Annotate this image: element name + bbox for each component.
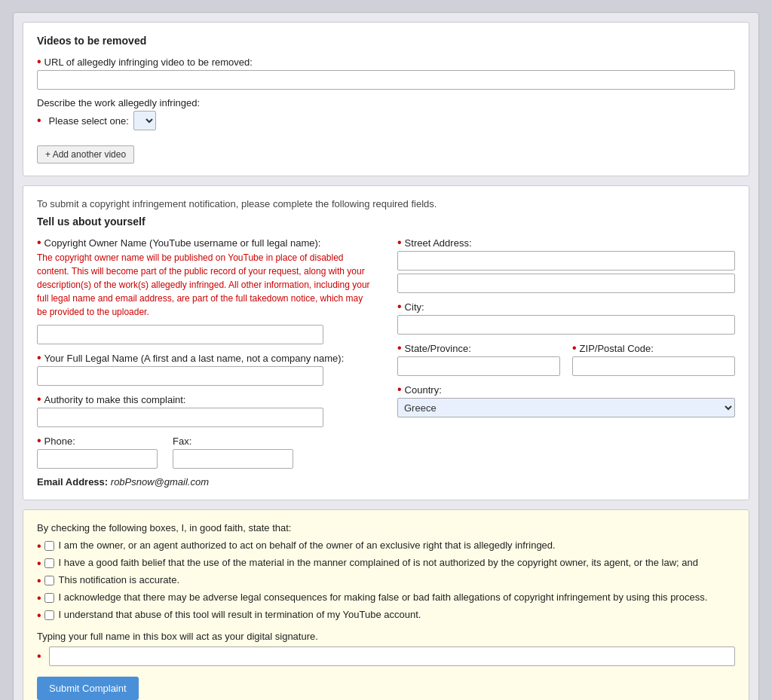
zip-required-dot: • xyxy=(572,342,577,354)
describe-label: Describe the work allegedly infringed: xyxy=(37,97,735,109)
full-legal-name-field: • Your Full Legal Name (A first and a la… xyxy=(37,352,375,386)
city-field: • City: xyxy=(397,301,735,335)
city-required-dot: • xyxy=(397,301,402,313)
state-zip-row: • State/Province: • ZIP/Postal Code: xyxy=(397,342,735,376)
checkbox-2[interactable] xyxy=(44,558,54,568)
checkbox-item-1: • I am the owner, or an agent authorized… xyxy=(37,540,735,552)
state-required-dot: • xyxy=(397,342,402,354)
full-legal-name-input[interactable] xyxy=(37,366,323,386)
state-label: • State/Province: xyxy=(397,342,560,354)
street-required-dot: • xyxy=(397,237,402,249)
country-field: • Country: Greece United States United K… xyxy=(397,384,735,417)
country-label: • Country: xyxy=(397,384,735,396)
videos-section: Videos to be removed • URL of allegedly … xyxy=(23,22,749,176)
tell-us-title: Tell us about yourself xyxy=(37,216,735,228)
cb5-dot: • xyxy=(37,610,41,622)
checkbox-label-2: I have a good faith belief that the use … xyxy=(59,557,698,568)
fax-field: Fax: xyxy=(173,436,293,469)
city-label: • City: xyxy=(397,301,735,313)
cb2-dot: • xyxy=(37,558,41,570)
please-select-label: Please select one: xyxy=(49,115,129,127)
street-input-2[interactable] xyxy=(397,274,735,293)
checkbox-label-3: This notification is accurate. xyxy=(59,574,179,585)
email-value: robPsnow@gmail.com xyxy=(111,476,209,488)
country-select[interactable]: Greece United States United Kingdom Othe… xyxy=(397,398,735,417)
country-required-dot: • xyxy=(397,384,402,396)
email-row: Email Address: robPsnow@gmail.com xyxy=(37,476,375,488)
add-video-button[interactable]: + Add another video xyxy=(37,145,134,164)
checkbox-item-2: • I have a good faith belief that the us… xyxy=(37,557,735,570)
signature-label: Typing your full name in this box will a… xyxy=(37,631,735,642)
checkbox-4[interactable] xyxy=(44,593,54,603)
describe-field-row: Describe the work allegedly infringed: •… xyxy=(37,97,735,130)
cb4-dot: • xyxy=(37,592,41,604)
videos-section-title: Videos to be removed xyxy=(37,35,735,47)
url-input[interactable] xyxy=(37,70,735,90)
tell-us-section: To submit a copyright infringement notif… xyxy=(23,185,749,500)
submit-button[interactable]: Submit Complaint xyxy=(37,677,139,700)
zip-field: • ZIP/Postal Code: xyxy=(572,342,735,376)
phone-input[interactable] xyxy=(37,449,158,469)
phone-label: • Phone: xyxy=(37,435,158,447)
tell-us-two-col: • Copyright Owner Name (YouTube username… xyxy=(37,237,735,488)
phone-field: • Phone: xyxy=(37,435,158,469)
checkbox-label-1: I am the owner, or an agent authorized t… xyxy=(59,540,556,551)
street-input-1[interactable] xyxy=(397,251,735,271)
authority-input[interactable] xyxy=(37,408,323,427)
checkbox-1[interactable] xyxy=(44,541,54,551)
left-column: • Copyright Owner Name (YouTube username… xyxy=(37,237,375,488)
checkboxes-intro: By checking the following boxes, I, in g… xyxy=(37,522,735,533)
state-field: • State/Province: xyxy=(397,342,560,376)
checkbox-label-5: I understand that abuse of this tool wil… xyxy=(59,609,421,620)
url-field-row: • URL of allegedly infringing video to b… xyxy=(37,56,735,90)
authority-required-dot: • xyxy=(37,393,41,405)
work-type-select[interactable] xyxy=(133,111,156,130)
copyright-owner-field: • Copyright Owner Name (YouTube username… xyxy=(37,237,375,344)
please-select-row: • Please select one: xyxy=(37,111,735,130)
phone-fax-row: • Phone: Fax: xyxy=(37,435,375,469)
checkbox-label-4: I acknowledge that there may be adverse … xyxy=(59,591,708,603)
full-legal-name-label: • Your Full Legal Name (A first and a la… xyxy=(37,352,375,364)
checkboxes-section: By checking the following boxes, I, in g… xyxy=(23,509,749,700)
copyright-warning: The copyright owner name will be publish… xyxy=(37,251,375,319)
city-input[interactable] xyxy=(397,315,735,335)
cb3-dot: • xyxy=(37,575,41,587)
url-required-dot: • xyxy=(37,56,41,68)
street-label: • Street Address: xyxy=(397,237,735,249)
zip-input[interactable] xyxy=(572,356,735,376)
signature-required-dot: • xyxy=(37,650,41,662)
authority-field: • Authority to make this complaint: xyxy=(37,393,375,427)
checkbox-item-5: • I understand that abuse of this tool w… xyxy=(37,609,735,622)
copyright-required-dot: • xyxy=(37,237,41,249)
copyright-owner-input[interactable] xyxy=(37,325,323,344)
signature-row: • xyxy=(37,647,735,666)
email-label: Email Address: xyxy=(37,476,108,488)
tell-us-intro: To submit a copyright infringement notif… xyxy=(37,198,735,209)
main-container: Videos to be removed • URL of allegedly … xyxy=(13,12,759,700)
zip-label: • ZIP/Postal Code: xyxy=(572,342,735,354)
right-column: • Street Address: • City: xyxy=(397,237,735,488)
copyright-owner-label: • Copyright Owner Name (YouTube username… xyxy=(37,237,375,249)
select-required-dot: • xyxy=(37,115,41,127)
street-field: • Street Address: xyxy=(397,237,735,293)
cb1-dot: • xyxy=(37,540,41,552)
url-label: • URL of allegedly infringing video to b… xyxy=(37,56,735,68)
checkbox-item-3: • This notification is accurate. xyxy=(37,574,735,587)
fax-label: Fax: xyxy=(173,436,293,447)
state-input[interactable] xyxy=(397,356,560,376)
legal-name-required-dot: • xyxy=(37,352,41,364)
checkbox-item-4: • I acknowledge that there may be advers… xyxy=(37,591,735,604)
phone-required-dot: • xyxy=(37,435,41,447)
signature-input[interactable] xyxy=(49,647,735,666)
checkbox-3[interactable] xyxy=(44,576,54,585)
checkbox-5[interactable] xyxy=(44,610,54,620)
authority-label: • Authority to make this complaint: xyxy=(37,393,375,405)
fax-input[interactable] xyxy=(173,449,293,469)
